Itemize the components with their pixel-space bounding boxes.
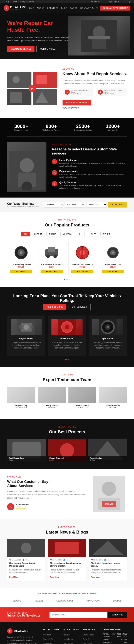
hero-btn-details[interactable]: VIEW MORE DETAILS — [7, 46, 35, 52]
team-info-1: Angelina Roy Technician — [7, 403, 35, 410]
trust-btn-2[interactable]: OUR SERVICES — [68, 304, 91, 310]
service-dot-1[interactable] — [65, 359, 67, 360]
newsletter-email-input[interactable] — [50, 612, 107, 618]
team-title: Expert Technician Team — [7, 377, 127, 382]
tab-import[interactable]: IMPORT — [32, 232, 45, 236]
blog-link-2[interactable]: Read More — [50, 576, 59, 578]
trust-btn-1[interactable]: FIND OUT MORE — [43, 304, 66, 310]
stat-label-2: Technicians & Experts — [43, 129, 60, 131]
blog-link-1[interactable]: Read More — [9, 576, 18, 578]
add-to-cart-2[interactable]: ADD TO CART — [41, 270, 63, 273]
account-link-1[interactable]: My Profile — [43, 634, 51, 636]
watch-video-link[interactable]: WATCH THE VIDEO — [63, 107, 127, 109]
svg-point-36 — [65, 325, 69, 329]
stats-section: 3000+ Service Inspected 800+ Technicians… — [0, 118, 134, 198]
service-link-1[interactable]: Engine Repair — [83, 634, 94, 636]
service-link-2[interactable]: Brake Service — [83, 638, 94, 640]
footer-logo[interactable]: D DEALARO — [7, 628, 40, 634]
dot-1[interactable] — [64, 279, 65, 280]
tyre-service-title: Tyre Repair — [92, 337, 123, 340]
play-button[interactable]: ▶ — [29, 85, 36, 92]
trust-banner: Looking For a Place You Can Trust To Kee… — [0, 287, 134, 367]
team-name-4: Jason Hovaldo — [100, 404, 125, 407]
blog-section: LATEST POSTS Latest News & Blogs 📅21 May… — [0, 519, 134, 588]
svg-point-44 — [60, 443, 74, 458]
tab-wheels[interactable]: WHEELS — [60, 232, 74, 236]
products-header: OUR PRODUCTS Our Popular Products — [7, 219, 127, 228]
quick-link-2[interactable]: Latest Blogs — [63, 638, 73, 640]
blog-date-2: 📅21 May 2022 — [50, 559, 62, 561]
footer-logo-text: DEALARO — [14, 630, 29, 632]
nav-home[interactable]: HOME — [28, 7, 34, 9]
quick-link-1[interactable]: About Us — [63, 634, 70, 636]
dot-3[interactable] — [69, 279, 70, 280]
appointment-button[interactable]: BOOK AN APPOINTMENT — [100, 6, 130, 10]
car-model-select[interactable]: Car Model — [65, 202, 85, 208]
account-link-2[interactable]: Track My Order — [43, 638, 56, 640]
team-info-3: Michel Rusha Technician — [68, 403, 96, 410]
hero-btn-services[interactable]: OUR SERVICES — [36, 46, 59, 52]
reason-1: ⚙ Latest Equipments Dramatically consumm… — [52, 159, 127, 168]
team-member-1: Angelina Roy Technician — [7, 387, 35, 412]
svg-rect-55 — [55, 542, 79, 554]
tab-other[interactable]: OTHER — [100, 232, 113, 236]
blog-title-2: Thirteen tips for fix and repairing star… — [50, 562, 84, 568]
stat-number-4: 1200+ — [106, 124, 120, 129]
blog-subtitle: LATEST POSTS — [7, 526, 127, 528]
quick-link-3[interactable]: Our Services — [63, 643, 73, 644]
product-name-4: BMW Brake Low — [102, 264, 124, 266]
tab-brand[interactable]: BRAND — [46, 232, 59, 236]
tab-all[interactable]: ALL — [21, 232, 30, 236]
tab-oil[interactable]: OIL — [76, 232, 84, 236]
estimate-button[interactable]: GET ESTIMATE — [108, 202, 127, 208]
svg-rect-7 — [37, 75, 47, 84]
author-avatar: K — [7, 503, 14, 510]
service-engine: Engine Repair Compellingly reintermediat… — [7, 316, 45, 356]
footer-grid: D DEALARO Enthusiastically Scale backwar… — [7, 628, 127, 644]
hero-content: We're Repair Car Hustle Free. Dramatical… — [7, 20, 75, 52]
blog-link-3[interactable]: Read More — [91, 576, 100, 578]
stat-label-1: Service Inspected — [14, 129, 28, 131]
hours-1: Monday - Friday 8:00 - 18:00 — [102, 633, 127, 635]
twitter-icon[interactable]: t — [125, 1, 125, 3]
svg-rect-2 — [92, 38, 106, 49]
nav-contact[interactable]: CONTACT — [80, 7, 91, 9]
reason-2: 🔧 Expert Mechanics Completely consummate… — [52, 170, 127, 178]
products-tabs: ALL IMPORT BRAND WHEELS OIL LIGHTS OTHER — [7, 232, 127, 236]
blog-author-1: 👤Admin — [22, 559, 29, 561]
account-link-3[interactable]: Dashboard — [43, 643, 52, 644]
car-year-select[interactable]: Select Year — [86, 202, 106, 208]
cart-icon[interactable]: 🛒 — [96, 7, 98, 9]
car-brand-select[interactable]: Car Brand — [43, 202, 63, 208]
subscribe-button[interactable]: SUBSCRIBE — [108, 612, 127, 618]
product-price-1: $50.00 — [10, 266, 32, 268]
services-cards: Engine Repair Compellingly reintermediat… — [7, 316, 127, 356]
logo-icon: D — [4, 5, 9, 11]
social-icons: f t in p — [122, 1, 130, 3]
project-2: Engine Overhaul Engine — [48, 439, 86, 462]
pinterest-icon[interactable]: p — [129, 1, 130, 3]
logo[interactable]: D DEALARO AUTOMOTIVE — [4, 5, 27, 11]
tab-lights[interactable]: LIGHTS — [86, 232, 99, 236]
facebook-icon[interactable]: f — [123, 1, 123, 3]
know-more-button[interactable]: KNOW MORE DETAILS — [63, 100, 91, 106]
products-title: Our Popular Products — [7, 222, 127, 228]
nav-about[interactable]: ABOUT — [37, 7, 45, 9]
nav-pages[interactable]: PAGES — [70, 7, 78, 9]
dot-2[interactable] — [66, 279, 68, 280]
clock-icon: ⏰ — [98, 90, 103, 94]
nav-blog[interactable]: BLOG — [61, 7, 68, 9]
login-link[interactable]: Login / Sign In — [108, 1, 119, 3]
service-dot-2[interactable] — [68, 359, 69, 360]
add-to-cart-3[interactable]: ADD TO CART — [71, 270, 93, 273]
search-icon[interactable]: 🔍 — [92, 7, 94, 9]
clients-text: WE HAVE TRUSTED MORE THEN 200+ GLOBAL CL… — [7, 592, 127, 595]
newsletter-text: SUBSCRIBE NOW Subscribe To Newsletter — [7, 612, 46, 617]
add-to-cart-1[interactable]: ADD TO CART — [10, 270, 32, 273]
linkedin-icon[interactable]: in — [127, 1, 128, 3]
service-link-3[interactable]: Tyre Repair — [83, 643, 92, 644]
find-store-link[interactable]: Find Your Store — [90, 1, 102, 3]
nav-services[interactable]: SERVICES — [47, 7, 58, 9]
tyre-service-desc: Compellingly reintermediate adaptive com… — [92, 341, 123, 349]
add-to-cart-4[interactable]: ADD TO CART — [102, 270, 124, 273]
